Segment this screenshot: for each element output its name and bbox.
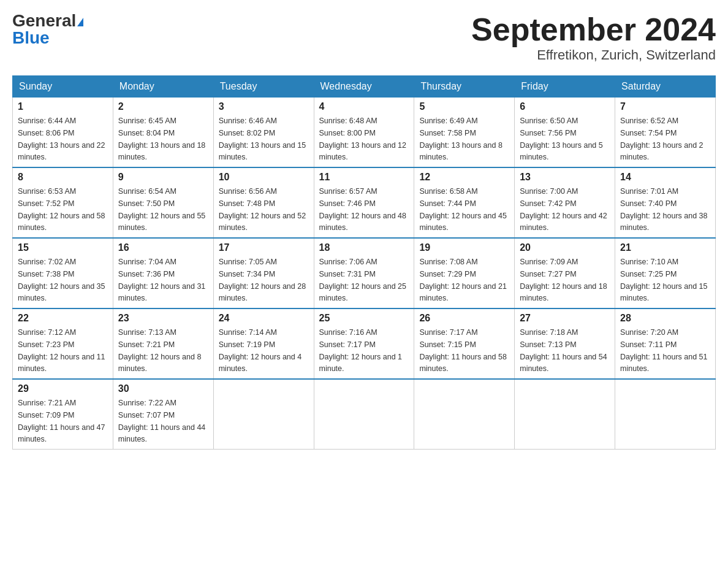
calendar-cell bbox=[414, 379, 515, 450]
day-info: Sunrise: 7:20 AMSunset: 7:11 PMDaylight:… bbox=[620, 328, 707, 373]
calendar-cell: 8 Sunrise: 6:53 AMSunset: 7:52 PMDayligh… bbox=[13, 167, 113, 238]
calendar-cell: 22 Sunrise: 7:12 AMSunset: 7:23 PMDaylig… bbox=[13, 308, 113, 379]
calendar-cell: 15 Sunrise: 7:02 AMSunset: 7:38 PMDaylig… bbox=[13, 238, 113, 308]
day-number: 26 bbox=[419, 313, 509, 324]
day-number: 8 bbox=[18, 172, 108, 183]
day-info: Sunrise: 7:10 AMSunset: 7:25 PMDaylight:… bbox=[620, 258, 707, 302]
calendar-cell: 28 Sunrise: 7:20 AMSunset: 7:11 PMDaylig… bbox=[615, 308, 716, 379]
calendar-week-3: 15 Sunrise: 7:02 AMSunset: 7:38 PMDaylig… bbox=[13, 238, 716, 308]
day-info: Sunrise: 6:52 AMSunset: 7:54 PMDaylight:… bbox=[620, 117, 703, 161]
calendar-header-monday: Monday bbox=[113, 76, 213, 98]
day-number: 27 bbox=[520, 313, 610, 324]
day-number: 12 bbox=[419, 172, 509, 183]
calendar-cell: 20 Sunrise: 7:09 AMSunset: 7:27 PMDaylig… bbox=[515, 238, 615, 308]
day-info: Sunrise: 7:12 AMSunset: 7:23 PMDaylight:… bbox=[18, 328, 105, 373]
day-info: Sunrise: 7:02 AMSunset: 7:38 PMDaylight:… bbox=[18, 258, 105, 302]
calendar-cell: 6 Sunrise: 6:50 AMSunset: 7:56 PMDayligh… bbox=[515, 98, 615, 168]
day-info: Sunrise: 6:48 AMSunset: 8:00 PMDaylight:… bbox=[319, 117, 406, 161]
day-number: 6 bbox=[520, 101, 610, 112]
calendar-header-sunday: Sunday bbox=[13, 76, 113, 98]
day-info: Sunrise: 6:58 AMSunset: 7:44 PMDaylight:… bbox=[419, 187, 506, 232]
calendar-cell: 12 Sunrise: 6:58 AMSunset: 7:44 PMDaylig… bbox=[414, 167, 515, 238]
day-number: 11 bbox=[319, 172, 409, 183]
day-number: 7 bbox=[620, 101, 710, 112]
calendar-cell bbox=[615, 379, 716, 450]
day-info: Sunrise: 7:09 AMSunset: 7:27 PMDaylight:… bbox=[520, 258, 607, 302]
day-number: 30 bbox=[118, 383, 208, 394]
calendar-header-tuesday: Tuesday bbox=[213, 76, 314, 98]
logo-general-text: General bbox=[12, 11, 76, 30]
day-info: Sunrise: 6:49 AMSunset: 7:58 PMDaylight:… bbox=[419, 117, 502, 161]
day-number: 19 bbox=[419, 242, 509, 253]
calendar-week-5: 29 Sunrise: 7:21 AMSunset: 7:09 PMDaylig… bbox=[13, 379, 716, 450]
day-info: Sunrise: 6:56 AMSunset: 7:48 PMDaylight:… bbox=[219, 187, 306, 232]
month-title: September 2024 bbox=[471, 12, 716, 47]
day-info: Sunrise: 7:21 AMSunset: 7:09 PMDaylight:… bbox=[18, 399, 105, 443]
day-number: 14 bbox=[620, 172, 710, 183]
day-number: 28 bbox=[620, 313, 710, 324]
day-number: 10 bbox=[219, 172, 309, 183]
day-info: Sunrise: 7:04 AMSunset: 7:36 PMDaylight:… bbox=[118, 258, 205, 302]
calendar-cell: 11 Sunrise: 6:57 AMSunset: 7:46 PMDaylig… bbox=[314, 167, 414, 238]
day-number: 25 bbox=[319, 313, 409, 324]
day-info: Sunrise: 7:08 AMSunset: 7:29 PMDaylight:… bbox=[419, 258, 506, 302]
calendar-cell: 24 Sunrise: 7:14 AMSunset: 7:19 PMDaylig… bbox=[213, 308, 314, 379]
day-number: 23 bbox=[118, 313, 208, 324]
day-number: 20 bbox=[520, 242, 610, 253]
day-number: 3 bbox=[219, 101, 309, 112]
day-info: Sunrise: 7:06 AMSunset: 7:31 PMDaylight:… bbox=[319, 258, 406, 302]
day-info: Sunrise: 7:22 AMSunset: 7:07 PMDaylight:… bbox=[118, 399, 205, 443]
day-info: Sunrise: 6:45 AMSunset: 8:04 PMDaylight:… bbox=[118, 117, 205, 161]
page-header: General Blue September 2024 Effretikon, … bbox=[12, 12, 716, 63]
calendar-cell: 21 Sunrise: 7:10 AMSunset: 7:25 PMDaylig… bbox=[615, 238, 716, 308]
title-block: September 2024 Effretikon, Zurich, Switz… bbox=[471, 12, 716, 63]
day-number: 5 bbox=[419, 101, 509, 112]
logo-triangle-icon bbox=[77, 18, 83, 26]
day-info: Sunrise: 6:46 AMSunset: 8:02 PMDaylight:… bbox=[219, 117, 306, 161]
calendar-cell: 1 Sunrise: 6:44 AMSunset: 8:06 PMDayligh… bbox=[13, 98, 113, 168]
day-number: 18 bbox=[319, 242, 409, 253]
calendar-cell: 19 Sunrise: 7:08 AMSunset: 7:29 PMDaylig… bbox=[414, 238, 515, 308]
calendar-cell: 17 Sunrise: 7:05 AMSunset: 7:34 PMDaylig… bbox=[213, 238, 314, 308]
day-info: Sunrise: 7:18 AMSunset: 7:13 PMDaylight:… bbox=[520, 328, 607, 373]
calendar-cell: 26 Sunrise: 7:17 AMSunset: 7:15 PMDaylig… bbox=[414, 308, 515, 379]
calendar-week-1: 1 Sunrise: 6:44 AMSunset: 8:06 PMDayligh… bbox=[13, 98, 716, 168]
calendar-cell: 25 Sunrise: 7:16 AMSunset: 7:17 PMDaylig… bbox=[314, 308, 414, 379]
calendar-header-wednesday: Wednesday bbox=[314, 76, 414, 98]
calendar-cell: 13 Sunrise: 7:00 AMSunset: 7:42 PMDaylig… bbox=[515, 167, 615, 238]
calendar-header-row: SundayMondayTuesdayWednesdayThursdayFrid… bbox=[13, 76, 716, 98]
calendar-cell: 4 Sunrise: 6:48 AMSunset: 8:00 PMDayligh… bbox=[314, 98, 414, 168]
calendar-cell: 18 Sunrise: 7:06 AMSunset: 7:31 PMDaylig… bbox=[314, 238, 414, 308]
logo-blue-text: Blue bbox=[12, 28, 50, 47]
calendar-cell: 7 Sunrise: 6:52 AMSunset: 7:54 PMDayligh… bbox=[615, 98, 716, 168]
calendar-cell: 29 Sunrise: 7:21 AMSunset: 7:09 PMDaylig… bbox=[13, 379, 113, 450]
day-number: 24 bbox=[219, 313, 309, 324]
calendar-cell: 23 Sunrise: 7:13 AMSunset: 7:21 PMDaylig… bbox=[113, 308, 213, 379]
calendar-cell: 16 Sunrise: 7:04 AMSunset: 7:36 PMDaylig… bbox=[113, 238, 213, 308]
day-info: Sunrise: 6:57 AMSunset: 7:46 PMDaylight:… bbox=[319, 187, 406, 232]
calendar-header-friday: Friday bbox=[515, 76, 615, 98]
day-info: Sunrise: 7:01 AMSunset: 7:40 PMDaylight:… bbox=[620, 187, 707, 232]
day-number: 29 bbox=[18, 383, 108, 394]
day-number: 1 bbox=[18, 101, 108, 112]
calendar-cell: 27 Sunrise: 7:18 AMSunset: 7:13 PMDaylig… bbox=[515, 308, 615, 379]
day-number: 16 bbox=[118, 242, 208, 253]
logo-line1: General bbox=[12, 12, 83, 29]
day-info: Sunrise: 7:13 AMSunset: 7:21 PMDaylight:… bbox=[118, 328, 202, 373]
calendar-cell: 10 Sunrise: 6:56 AMSunset: 7:48 PMDaylig… bbox=[213, 167, 314, 238]
calendar-cell bbox=[314, 379, 414, 450]
calendar-cell bbox=[213, 379, 314, 450]
logo: General Blue bbox=[12, 12, 83, 47]
day-info: Sunrise: 7:00 AMSunset: 7:42 PMDaylight:… bbox=[520, 187, 607, 232]
day-number: 22 bbox=[18, 313, 108, 324]
calendar-table: SundayMondayTuesdayWednesdayThursdayFrid… bbox=[12, 75, 716, 450]
day-info: Sunrise: 6:50 AMSunset: 7:56 PMDaylight:… bbox=[520, 117, 603, 161]
calendar-cell: 2 Sunrise: 6:45 AMSunset: 8:04 PMDayligh… bbox=[113, 98, 213, 168]
calendar-cell: 14 Sunrise: 7:01 AMSunset: 7:40 PMDaylig… bbox=[615, 167, 716, 238]
day-info: Sunrise: 7:17 AMSunset: 7:15 PMDaylight:… bbox=[419, 328, 506, 373]
day-info: Sunrise: 6:44 AMSunset: 8:06 PMDaylight:… bbox=[18, 117, 105, 161]
day-info: Sunrise: 7:14 AMSunset: 7:19 PMDaylight:… bbox=[219, 328, 302, 373]
calendar-cell: 3 Sunrise: 6:46 AMSunset: 8:02 PMDayligh… bbox=[213, 98, 314, 168]
calendar-week-2: 8 Sunrise: 6:53 AMSunset: 7:52 PMDayligh… bbox=[13, 167, 716, 238]
day-number: 21 bbox=[620, 242, 710, 253]
